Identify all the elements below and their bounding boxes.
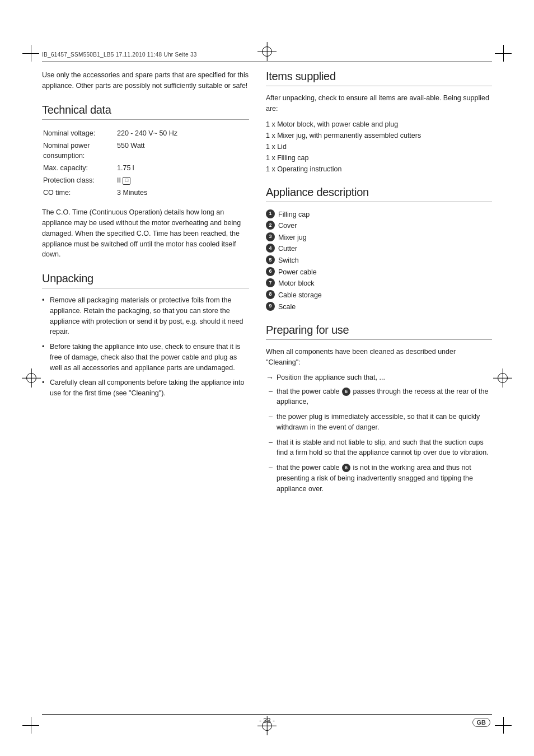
items-supplied-item: 1 x Motor block, with power cable and pl…: [266, 119, 492, 130]
appliance-item-label: Power cable: [278, 267, 317, 278]
unpacking-item: Carefully clean all components before ta…: [42, 377, 249, 399]
items-supplied-item: 1 x Operating instruction: [266, 164, 492, 175]
items-supplied-item: 1 x Mixer jug, with permanently assemble…: [266, 130, 492, 141]
tech-value: 1.75 l: [117, 162, 248, 174]
technical-data-divider: [42, 119, 249, 120]
preparing-item: that the power cable 6 passes through th…: [269, 386, 492, 408]
appliance-item: 1Filling cap: [266, 209, 492, 221]
preparing-intro: When all components have been cleaned as…: [266, 347, 492, 368]
registration-mark-top: [262, 46, 272, 57]
left-column: Use only the accessories and spare parts…: [42, 70, 249, 706]
crop-mark: [31, 45, 31, 62]
tech-label: Nominal power consumption:: [43, 140, 116, 161]
appliance-item: 5Switch: [266, 255, 492, 267]
appliance-item: 8Cable storage: [266, 290, 492, 301]
tech-value: 220 - 240 V~ 50 Hz: [117, 128, 248, 139]
inline-reference-number: 6: [342, 388, 350, 396]
appliance-description-list: 1Filling cap2Cover3Mixer jug4Cutter5Swit…: [266, 209, 492, 313]
appliance-desc-divider: [266, 202, 492, 202]
tech-value: II □: [117, 175, 248, 186]
tech-row: CO time:3 Minutes: [43, 187, 248, 198]
items-supplied-intro: After unpacking, check to ensure all ite…: [266, 93, 492, 114]
preparing-divider: [266, 339, 492, 340]
items-supplied-list: 1 x Motor block, with power cable and pl…: [266, 119, 492, 175]
appliance-item: 2Cover: [266, 220, 492, 232]
preparing-position-text: Position the appliance such that, ...: [277, 374, 385, 381]
items-supplied-title: Items supplied: [266, 70, 492, 83]
preparing-dash-list: that the power cable 6 passes through th…: [269, 386, 492, 494]
intro-text: Use only the accessories and spare parts…: [42, 70, 249, 91]
unpacking-list: Remove all packaging materials or protec…: [42, 295, 249, 399]
appliance-item-number: 1: [266, 209, 275, 218]
appliance-item-number: 2: [266, 221, 275, 230]
tech-value: 550 Watt: [117, 140, 248, 161]
country-badge: GB: [472, 718, 491, 727]
appliance-item-number: 4: [266, 244, 275, 253]
tech-row: Nominal voltage:220 - 240 V~ 50 Hz: [43, 128, 248, 139]
unpacking-item: Remove all packaging materials or protec…: [42, 295, 249, 337]
appliance-item: 3Mixer jug: [266, 232, 492, 244]
tech-label: CO time:: [43, 187, 116, 198]
items-supplied-item: 1 x Lid: [266, 141, 492, 152]
page-number: - 33 -: [0, 717, 534, 725]
registration-mark-left: [26, 373, 36, 383]
registration-mark-right: [498, 373, 508, 383]
footer-rule: [42, 714, 492, 715]
appliance-item-label: Switch: [278, 255, 299, 267]
header-text: IB_61457_SSM550B1_LB5 17.11.2010 11:48 U…: [42, 52, 197, 58]
tech-label: Protection class:: [43, 175, 116, 186]
appliance-item-number: 3: [266, 232, 275, 241]
appliance-item-number: 9: [266, 302, 275, 311]
appliance-item-label: Cutter: [278, 243, 297, 255]
tech-value: 3 Minutes: [117, 187, 248, 198]
header-rule: [42, 62, 492, 62]
crop-mark: [503, 45, 504, 62]
preparing-item: that the power cable 6 is not in the wor…: [269, 463, 492, 494]
appliance-item: 4Cutter: [266, 243, 492, 255]
tech-label: Nominal voltage:: [43, 128, 116, 139]
appliance-item-number: 5: [266, 255, 275, 264]
tech-row: Nominal power consumption:550 Watt: [43, 140, 248, 161]
arrow-icon: →: [266, 373, 274, 382]
appliance-item-label: Motor block: [278, 278, 315, 290]
tech-row: Protection class:II □: [43, 175, 248, 186]
appliance-item-label: Cable storage: [278, 290, 322, 301]
tech-label: Max. capacity:: [43, 162, 116, 174]
preparing-arrow-text: → Position the appliance such that, ...: [266, 374, 492, 382]
appliance-item: 6Power cable: [266, 267, 492, 278]
appliance-item-number: 6: [266, 267, 275, 276]
unpacking-title: Unpacking: [42, 272, 249, 285]
appliance-item-label: Cover: [278, 220, 297, 232]
appliance-item: 9Scale: [266, 301, 492, 313]
appliance-item: 7Motor block: [266, 278, 492, 290]
items-supplied-item: 1 x Filling cap: [266, 152, 492, 164]
co-description: The C.O. Time (Continuous Operation) det…: [42, 207, 249, 260]
tech-row: Max. capacity:1.75 l: [43, 162, 248, 174]
unpacking-divider: [42, 288, 249, 288]
unpacking-item: Before taking the appliance into use, ch…: [42, 342, 249, 373]
preparing-title: Preparing for use: [266, 324, 492, 337]
crop-mark: [495, 53, 512, 54]
appliance-item-label: Filling cap: [278, 209, 310, 221]
page: IB_61457_SSM550B1_LB5 17.11.2010 11:48 U…: [0, 0, 534, 756]
main-content: Use only the accessories and spare parts…: [42, 70, 492, 706]
appliance-item-number: 7: [266, 278, 275, 287]
items-supplied-divider: [266, 86, 492, 86]
crop-mark: [495, 725, 512, 726]
tech-data-table: Nominal voltage:220 - 240 V~ 50 HzNomina…: [42, 127, 249, 200]
preparing-item: that it is stable and not liable to slip…: [269, 437, 492, 459]
appliance-item-label: Mixer jug: [278, 232, 307, 244]
appliance-desc-title: Appliance description: [266, 186, 492, 199]
preparing-item: the power plug is immediately accessible…: [269, 412, 492, 433]
appliance-item-label: Scale: [278, 301, 296, 313]
right-column: Items supplied After unpacking, check to…: [266, 70, 492, 706]
technical-data-title: Technical data: [42, 104, 249, 116]
inline-reference-number: 6: [342, 464, 350, 472]
appliance-item-number: 8: [266, 290, 275, 299]
